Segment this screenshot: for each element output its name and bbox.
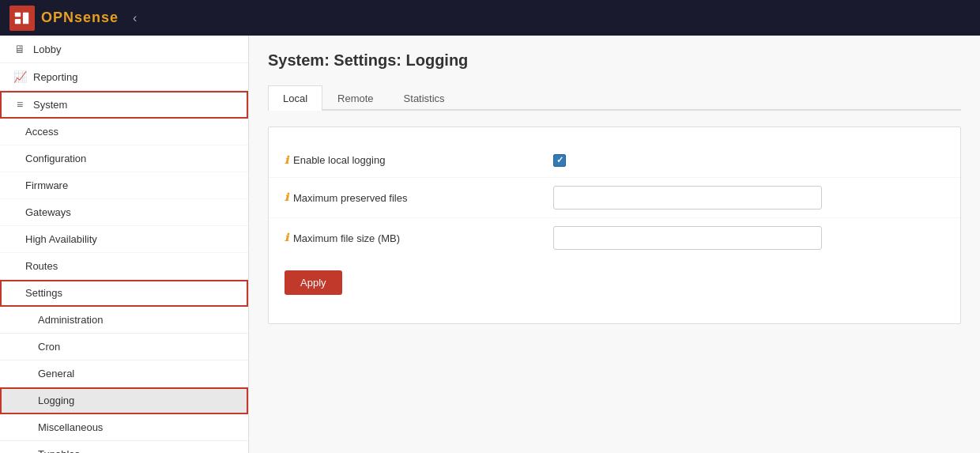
tab-local[interactable]: Local: [268, 85, 322, 111]
sidebar-label-settings: Settings: [25, 287, 62, 299]
sidebar-item-firmware[interactable]: Firmware ▤: [0, 172, 248, 199]
logo-sense: sense: [74, 9, 119, 25]
tab-bar: Local Remote Statistics: [268, 85, 961, 111]
sidebar-label-lobby: Lobby: [33, 43, 61, 55]
sidebar-label-configuration: Configuration: [25, 153, 86, 164]
tab-remote[interactable]: Remote: [322, 85, 389, 111]
sidebar-label-cron: Cron: [38, 341, 60, 353]
form-label-max-preserved: ℹ Maximum preserved files: [285, 191, 553, 204]
main-layout: 🖥 Lobby 📈 Reporting ≡ System Access 👥 Co…: [0, 36, 980, 453]
info-icon-max-preserved: ℹ: [285, 191, 288, 204]
sidebar-item-gateways[interactable]: Gateways ▶: [0, 199, 248, 226]
logo-opn: OPN: [41, 9, 74, 25]
form-panel: ℹ Enable local logging ℹ Maximum preserv…: [268, 126, 961, 324]
checkbox-enable-logging[interactable]: [553, 154, 566, 167]
info-icon-max-file-size: ℹ: [285, 232, 288, 244]
input-max-preserved-files[interactable]: [553, 186, 822, 210]
sidebar-label-reporting: Reporting: [33, 71, 77, 83]
sidebar-item-system[interactable]: ≡ System: [0, 91, 248, 119]
sidebar-label-administration: Administration: [38, 314, 103, 326]
top-nav: OPNsense ‹: [0, 0, 980, 36]
lobby-icon: 🖥: [13, 43, 27, 55]
nav-toggle-button[interactable]: ‹: [133, 11, 137, 25]
sidebar-item-routes[interactable]: Routes ⊕: [0, 253, 248, 280]
sidebar-item-miscellaneous[interactable]: Miscellaneous: [0, 414, 248, 441]
sidebar-item-high-availability[interactable]: High Availability ↻: [0, 226, 248, 253]
svg-rect-0: [15, 12, 21, 17]
sidebar: 🖥 Lobby 📈 Reporting ≡ System Access 👥 Co…: [0, 36, 249, 453]
label-text-enable-logging: Enable local logging: [293, 154, 385, 166]
system-icon: ≡: [13, 98, 27, 111]
form-control-max-file-size: [553, 226, 944, 250]
sidebar-item-settings[interactable]: Settings ⚙: [0, 280, 248, 307]
sidebar-label-tunables: Tunables: [38, 448, 80, 453]
sidebar-label-system: System: [33, 99, 67, 111]
sidebar-item-lobby[interactable]: 🖥 Lobby: [0, 36, 248, 63]
form-label-max-file-size: ℹ Maximum file size (MB): [285, 232, 553, 244]
logo-area: OPNsense ‹: [9, 6, 137, 31]
logo-text: OPNsense: [41, 9, 119, 26]
logo-icon: [9, 6, 35, 31]
svg-rect-2: [23, 12, 28, 24]
sidebar-label-high-availability: High Availability: [25, 233, 97, 245]
form-control-max-preserved: [553, 186, 944, 210]
content-area: System: Settings: Logging Local Remote S…: [249, 36, 980, 453]
sidebar-item-cron[interactable]: Cron: [0, 334, 248, 361]
form-label-enable-logging: ℹ Enable local logging: [285, 154, 553, 167]
sidebar-item-logging[interactable]: Logging: [0, 387, 248, 414]
sidebar-item-administration[interactable]: Administration: [0, 307, 248, 334]
sidebar-item-reporting[interactable]: 📈 Reporting: [0, 63, 248, 91]
form-row-enable-logging: ℹ Enable local logging: [269, 143, 960, 178]
sidebar-label-firmware: Firmware: [25, 179, 68, 191]
form-control-enable-logging: [553, 154, 944, 167]
tab-statistics[interactable]: Statistics: [389, 85, 460, 111]
sidebar-item-tunables[interactable]: Tunables: [0, 441, 248, 453]
info-icon-enable-logging: ℹ: [285, 154, 288, 167]
sidebar-label-access: Access: [25, 126, 58, 138]
svg-rect-1: [15, 18, 21, 23]
sidebar-item-access[interactable]: Access 👥: [0, 119, 248, 145]
sidebar-label-routes: Routes: [25, 260, 58, 272]
sidebar-label-gateways: Gateways: [25, 206, 71, 218]
reporting-icon: 📈: [13, 70, 27, 83]
sidebar-label-miscellaneous: Miscellaneous: [38, 421, 103, 433]
sidebar-item-general[interactable]: General: [0, 361, 248, 387]
sidebar-item-configuration[interactable]: Configuration ⟳: [0, 145, 248, 172]
form-row-max-preserved: ℹ Maximum preserved files: [269, 178, 960, 218]
input-max-file-size[interactable]: [553, 226, 822, 250]
label-text-max-preserved: Maximum preserved files: [293, 192, 408, 204]
sidebar-label-general: General: [38, 368, 74, 379]
page-title: System: Settings: Logging: [268, 51, 961, 70]
apply-button[interactable]: Apply: [285, 270, 342, 295]
sidebar-label-logging: Logging: [38, 394, 74, 406]
label-text-max-file-size: Maximum file size (MB): [293, 232, 400, 244]
form-row-max-file-size: ℹ Maximum file size (MB): [269, 218, 960, 258]
